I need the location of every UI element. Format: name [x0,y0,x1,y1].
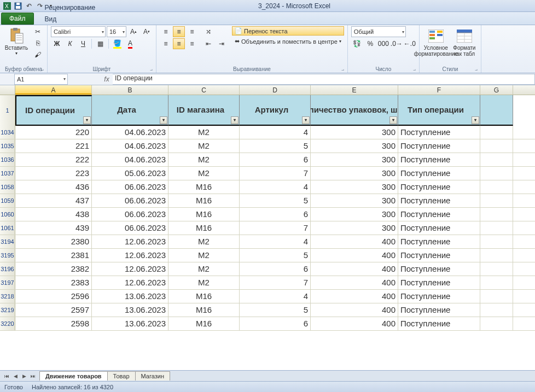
cell[interactable] [480,153,513,166]
cell[interactable]: 300 [311,221,398,235]
number-format-combo[interactable]: Общий [351,26,406,37]
column-header[interactable]: C [168,85,240,95]
row-header[interactable]: 1059 [0,194,15,207]
cell[interactable]: Поступление [398,317,480,330]
filter-button[interactable]: ▾ [472,116,479,124]
cell[interactable]: Поступление [398,153,480,166]
cell[interactable]: 6 [240,317,311,330]
cell[interactable]: 5 [240,303,311,317]
font-color-button[interactable]: A [124,38,136,49]
border-button[interactable]: ▦ [94,38,106,49]
shrink-font-button[interactable]: A▾ [141,26,153,37]
cell[interactable]: 12.06.2023 [92,235,168,248]
cell[interactable] [480,139,513,153]
sheet-tab[interactable]: Магазин [135,371,170,381]
cell[interactable]: 300 [311,208,398,221]
cell[interactable]: 400 [311,303,398,317]
cell[interactable]: M2 [168,139,240,153]
cell[interactable]: 2598 [15,317,92,330]
column-header[interactable]: G [480,85,513,95]
increase-decimal-button[interactable]: .0→ [391,38,403,49]
underline-button[interactable]: Ч [77,38,89,49]
cell[interactable]: 223 [15,167,92,180]
cell[interactable]: 221 [15,139,92,153]
cell[interactable] [480,303,513,317]
cut-button[interactable]: ✂ [32,26,44,37]
cell[interactable]: M16 [168,221,240,235]
cell[interactable] [480,126,513,139]
merge-center-button[interactable]: ⬌ Объединить и поместить в центре ▾ [232,37,344,46]
column-header[interactable]: F [398,85,480,95]
filter-button[interactable]: ▾ [160,116,167,124]
cell[interactable]: 7 [240,221,311,235]
cell[interactable]: Поступление [398,208,480,221]
row-header[interactable]: 3220 [0,317,15,330]
fx-button[interactable]: fx [101,75,113,83]
cell[interactable]: 12.06.2023 [92,276,168,289]
cell[interactable]: 220 [15,126,92,139]
indent-decrease-button[interactable]: ⇤ [202,38,214,49]
row-header[interactable]: 3194 [0,235,15,248]
sheet-tab[interactable]: Товар [107,371,136,381]
cell[interactable]: 13.06.2023 [92,303,168,317]
font-size-combo[interactable]: 16 [107,26,126,37]
row-header[interactable]: 3196 [0,262,15,276]
align-bottom-button[interactable]: ≡ [186,26,198,37]
sheet-tab[interactable]: Движение товаров [39,371,108,381]
cell[interactable]: 300 [311,139,398,153]
cell[interactable] [480,290,513,303]
cell[interactable]: 300 [311,194,398,207]
select-all-corner[interactable] [0,85,15,95]
cell[interactable]: M2 [168,167,240,180]
cell[interactable] [480,194,513,207]
cell[interactable]: M2 [168,276,240,289]
cell[interactable]: 13.06.2023 [92,290,168,303]
align-center-button[interactable]: ≡ [173,38,185,49]
last-sheet-button[interactable]: ⏭ [28,373,37,379]
cell[interactable] [480,208,513,221]
row-header[interactable]: 3218 [0,290,15,303]
cell[interactable]: M2 [168,249,240,262]
save-icon[interactable] [13,1,23,11]
format-table-button[interactable]: Формати как табл [451,26,478,57]
cell[interactable]: 300 [311,153,398,166]
column-header[interactable]: D [240,85,311,95]
cell[interactable]: 400 [311,276,398,289]
cell[interactable] [480,167,513,180]
format-painter-button[interactable]: 🖌 [32,49,44,60]
cell[interactable]: 6 [240,208,311,221]
cell[interactable]: 05.06.2023 [92,167,168,180]
cell[interactable]: 7 [240,167,311,180]
row-header[interactable]: 3197 [0,276,15,289]
row-header[interactable]: 1036 [0,153,15,166]
column-header[interactable]: B [92,85,168,95]
file-tab[interactable]: Файл [1,13,34,25]
cell[interactable]: 7 [240,276,311,289]
ribbon-tab-5[interactable]: Рецензирование [37,2,112,13]
cell[interactable]: 2597 [15,303,92,317]
cell[interactable]: 222 [15,153,92,166]
row-header[interactable]: 3219 [0,303,15,317]
cell[interactable]: 437 [15,194,92,207]
row-header[interactable]: 3195 [0,249,15,262]
cell[interactable]: 06.06.2023 [92,221,168,235]
wrap-text-button[interactable]: 📄 Перенос текста [232,26,344,36]
cell[interactable]: 06.06.2023 [92,208,168,221]
cell[interactable]: 2382 [15,262,92,276]
cell[interactable]: 4 [240,126,311,139]
cell[interactable]: 5 [240,249,311,262]
ribbon-tab-6[interactable]: Вид [37,13,112,25]
cell[interactable]: 400 [311,317,398,330]
align-right-button[interactable]: ≡ [186,38,198,49]
cell[interactable] [480,262,513,276]
cell[interactable]: 04.06.2023 [92,139,168,153]
cell[interactable]: 13.06.2023 [92,317,168,330]
cell[interactable] [480,249,513,262]
cell[interactable] [480,276,513,289]
row-header[interactable]: 1058 [0,180,15,194]
cell[interactable]: Поступление [398,290,480,303]
cell[interactable]: 439 [15,221,92,235]
cell[interactable]: 06.06.2023 [92,180,168,194]
cell[interactable]: M16 [168,317,240,330]
fill-color-button[interactable]: 🪣 [111,38,123,49]
